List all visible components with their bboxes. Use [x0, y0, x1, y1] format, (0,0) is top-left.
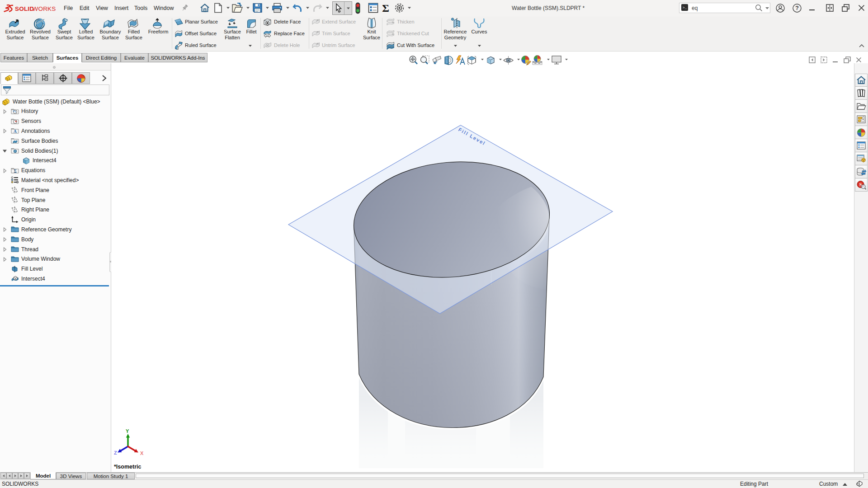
svg-text:Σ: Σ: [382, 2, 389, 14]
svg-text:Y: Y: [126, 428, 129, 434]
svg-text:X: X: [140, 450, 144, 456]
svg-text:Z: Z: [114, 450, 117, 455]
svg-text:?: ?: [795, 5, 799, 11]
svg-text:A: A: [14, 129, 17, 134]
svg-text:Σ: Σ: [14, 169, 16, 174]
svg-text:SOLID: SOLID: [15, 5, 34, 12]
svg-text:WORKS: WORKS: [33, 5, 56, 12]
